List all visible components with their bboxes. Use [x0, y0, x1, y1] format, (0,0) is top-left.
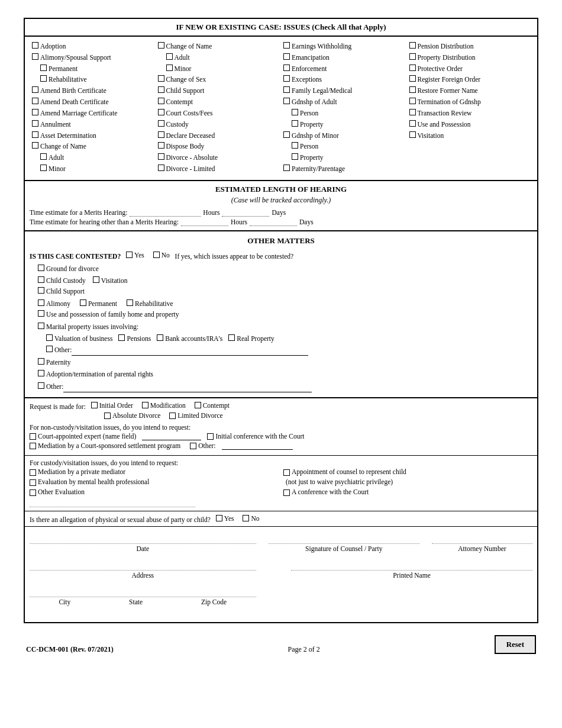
alimony-row: Alimony Permanent Rehabilitative	[38, 298, 532, 309]
issues-col-2: Change of Name Adult Minor Change of Sex…	[156, 40, 282, 176]
cb-rehabilitative-om[interactable]: Rehabilitative	[127, 298, 173, 309]
cb-valuation[interactable]: Valuation of business	[46, 333, 112, 344]
cb-divorce-absolute[interactable]: Divorce - Absolute	[158, 153, 279, 163]
cb-absolute-divorce-req[interactable]: Absolute Divorce	[104, 412, 160, 419]
cb-paternity-col3[interactable]: Paternity/Parentage	[283, 164, 405, 175]
cb-adult-col1[interactable]: Adult	[32, 153, 153, 163]
cb-adult-col2[interactable]: Adult	[158, 53, 279, 63]
cb-other-marital[interactable]: Other:	[46, 344, 72, 355]
request-section: Request is made for: Initial Order Modif…	[25, 398, 537, 456]
not-just-waive: (not just to waive psychiatric privilege…	[283, 478, 532, 486]
issues-col-1: Adoption Alimony/Spousal Support Permane…	[30, 40, 156, 176]
cb-permanent-om[interactable]: Permanent	[80, 298, 117, 309]
cb-conference-court[interactable]: A conference with the Court	[283, 488, 532, 496]
signature-label: Signature of Counsel / Party	[305, 545, 382, 552]
cb-abuse-yes[interactable]: Yes	[216, 515, 234, 522]
cb-gdnshp-minor[interactable]: Gdnshp of Minor	[283, 131, 405, 141]
cb-visitation-col4[interactable]: Visitation	[409, 131, 531, 141]
cb-transaction-review[interactable]: Transaction Review	[409, 108, 531, 119]
cb-mediation-private[interactable]: Mediation by a private mediator	[30, 468, 279, 476]
cb-appointment-counsel[interactable]: Appointment of counsel to represent chil…	[283, 468, 532, 476]
cb-amend-marriage[interactable]: Amend Marriage Certificate	[32, 108, 153, 119]
cb-marital-property[interactable]: Marital property issues involving:	[30, 321, 532, 332]
cb-change-name-col1[interactable]: Change of Name	[32, 141, 153, 152]
cb-visitation-om[interactable]: Visitation	[93, 275, 128, 286]
cb-pensions-om[interactable]: Pensions	[118, 333, 151, 344]
cb-other-req[interactable]: Other:	[190, 442, 215, 449]
attorney-label: Attorney Number	[458, 545, 506, 552]
cb-no-contested[interactable]: No	[153, 250, 170, 260]
cb-change-sex[interactable]: Change of Sex	[158, 75, 279, 85]
cb-use-possession-om[interactable]: Use and possession of family home and pr…	[30, 309, 532, 320]
cb-child-custody-om[interactable]: Child Custody	[38, 275, 86, 286]
cb-annulment[interactable]: Annulment	[32, 120, 153, 130]
cb-alimony-om[interactable]: Alimony	[38, 298, 70, 309]
zip-label: Zip Code	[201, 598, 227, 605]
cb-register-foreign[interactable]: Register Foreign Order	[409, 75, 531, 85]
cb-other-om[interactable]: Other:	[38, 381, 63, 392]
non-custody-row-1: Court-appointed expert (name field) Init…	[30, 433, 532, 440]
cb-amend-death[interactable]: Amend Death Certificate	[32, 97, 153, 108]
cb-abuse-no[interactable]: No	[243, 515, 259, 522]
cb-emancipation[interactable]: Emancipation	[283, 53, 405, 63]
cb-minor-col1[interactable]: Minor	[32, 164, 153, 175]
cb-property-minor[interactable]: Property	[283, 153, 405, 163]
cb-other-evaluation[interactable]: Other Evaluation	[30, 488, 279, 496]
cb-yes-contested[interactable]: Yes	[126, 250, 144, 260]
cb-court-appointed[interactable]: Court-appointed expert (name field)	[30, 433, 136, 440]
cb-child-support-om[interactable]: Child Support	[30, 286, 532, 297]
cb-restore-name[interactable]: Restore Former Name	[409, 86, 531, 96]
cb-gdnshp-adult[interactable]: Gdnshp of Adult	[283, 97, 405, 108]
cb-dispose-body[interactable]: Dispose Body	[158, 141, 279, 152]
cb-amend-birth[interactable]: Amend Birth Certificate	[32, 86, 153, 96]
cb-declare-deceased[interactable]: Declare Deceased	[158, 131, 279, 141]
cb-adoption-termination[interactable]: Adoption/termination of parental rights	[30, 369, 532, 379]
cb-custody[interactable]: Custody	[158, 120, 279, 130]
cb-bank-accounts[interactable]: Bank accounts/IRA's	[157, 333, 222, 344]
cb-alimony-spousal[interactable]: Alimony/Spousal Support	[32, 53, 153, 63]
cb-contempt-col2[interactable]: Contempt	[158, 97, 279, 108]
cb-mediation-court[interactable]: Mediation by a Court-sponsored settlemen…	[30, 442, 180, 449]
cb-permanent[interactable]: Permanent	[32, 64, 153, 75]
cb-asset-determination[interactable]: Asset Determination	[32, 131, 153, 141]
cb-divorce-limited[interactable]: Divorce - Limited	[158, 164, 279, 175]
reset-button[interactable]: Reset	[495, 635, 536, 654]
cb-change-name-col2[interactable]: Change of Name	[158, 41, 279, 52]
city-state-zip-labels: City State Zip Code	[30, 598, 256, 605]
cb-person-adult[interactable]: Person	[283, 108, 405, 119]
cb-adoption[interactable]: Adoption	[32, 41, 153, 52]
state-label: State	[129, 598, 143, 605]
cb-child-support-col2[interactable]: Child Support	[158, 86, 279, 96]
cb-protective-order[interactable]: Protective Order	[409, 64, 531, 75]
cb-property-dist[interactable]: Property Distribution	[409, 53, 531, 63]
custody-section: For custody/visitation issues, do you in…	[25, 456, 537, 511]
cb-exceptions[interactable]: Exceptions	[283, 75, 405, 85]
cb-person-minor[interactable]: Person	[283, 141, 405, 152]
cb-pension-dist[interactable]: Pension Distribution	[409, 41, 531, 52]
cb-court-costs[interactable]: Court Costs/Fees	[158, 108, 279, 119]
cb-property-adult[interactable]: Property	[283, 120, 405, 130]
cb-rehabilitative[interactable]: Rehabilitative	[32, 75, 153, 85]
cb-evaluation-mental[interactable]: Evaluation by mental health professional	[30, 478, 279, 486]
cb-ground-divorce[interactable]: Ground for divorce	[30, 263, 532, 274]
cb-family-legal[interactable]: Family Legal/Medical	[283, 86, 405, 96]
cb-contempt-req[interactable]: Contempt	[195, 402, 230, 409]
request-row-1: Request is made for: Initial Order Modif…	[30, 402, 532, 410]
cb-earnings[interactable]: Earnings Withholding	[283, 41, 405, 52]
custody-label: For custody/visitation issues, do you in…	[30, 459, 532, 466]
page-number: Page 2 of 2	[288, 645, 319, 654]
cb-modification[interactable]: Modification	[142, 402, 186, 409]
cb-term-gdnshp[interactable]: Termination of Gdnshp	[409, 97, 531, 108]
cb-initial-order[interactable]: Initial Order	[91, 402, 133, 409]
cb-paternity-om[interactable]: Paternity	[30, 357, 532, 368]
cb-real-property[interactable]: Real Property	[228, 333, 274, 344]
issues-title: IF NEW OR EXISTING CASE: ISSUES (Check A…	[176, 22, 386, 31]
date-label: Date	[136, 545, 149, 552]
cb-initial-conference[interactable]: Initial conference with the Court	[207, 433, 304, 440]
cb-use-possession[interactable]: Use and Possession	[409, 120, 531, 130]
signature-area: Date Signature of Counsel / Party Attorn…	[25, 527, 537, 622]
cb-enforcement[interactable]: Enforcement	[283, 64, 405, 75]
cb-minor-col2[interactable]: Minor	[158, 64, 279, 75]
cb-limited-divorce-req[interactable]: Limited Divorce	[169, 412, 222, 419]
other-matters-title: OTHER MATTERS	[247, 236, 315, 245]
